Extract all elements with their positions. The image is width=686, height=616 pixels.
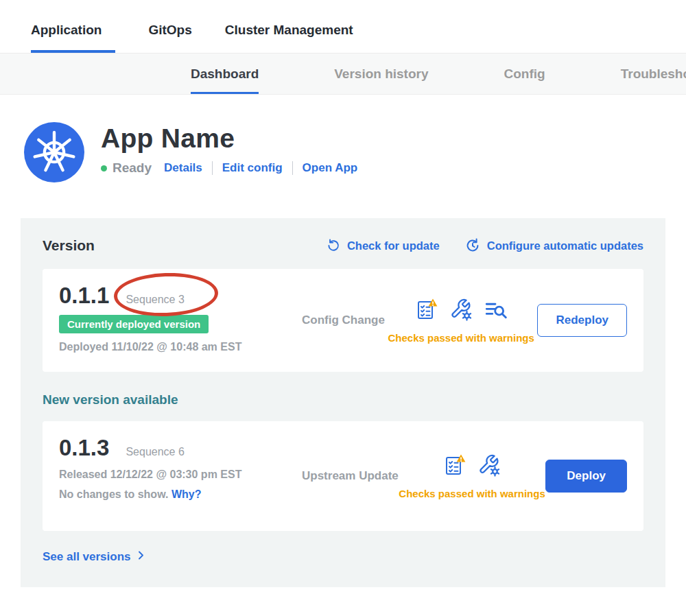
new-sequence-label: Sequence 6 bbox=[126, 446, 184, 458]
checks-icons-row bbox=[443, 453, 501, 479]
refresh-icon bbox=[326, 238, 341, 253]
divider bbox=[212, 161, 213, 175]
check-for-update-link[interactable]: Check for update bbox=[326, 238, 440, 253]
version-panel-header: Version Check for update bbox=[43, 237, 643, 254]
tab-cluster-management[interactable]: Cluster Management bbox=[225, 23, 353, 53]
checks-status: Checks passed with warnings bbox=[388, 332, 534, 344]
currently-deployed-badge: Currently deployed version bbox=[59, 315, 209, 333]
version-line: 0.1.3 Sequence 6 bbox=[59, 435, 300, 461]
new-version-actions: Upstream Update bbox=[300, 435, 627, 517]
tab-dashboard[interactable]: Dashboard bbox=[191, 54, 259, 94]
chevron-right-icon bbox=[136, 550, 146, 564]
version-panel: Version Check for update bbox=[21, 218, 665, 587]
see-all-versions-link[interactable]: See all versions bbox=[43, 550, 643, 564]
edit-config-link[interactable]: Edit config bbox=[222, 161, 283, 175]
divider bbox=[292, 161, 293, 175]
deploy-button[interactable]: Deploy bbox=[545, 460, 627, 493]
why-link[interactable]: Why? bbox=[172, 488, 202, 500]
auto-update-clock-icon bbox=[464, 237, 481, 254]
checks-status: Checks passed with warnings bbox=[399, 488, 545, 499]
tab-gitops[interactable]: GitOps bbox=[148, 23, 191, 53]
new-version-heading: New version available bbox=[43, 392, 643, 407]
tab-version-history[interactable]: Version history bbox=[334, 54, 428, 94]
tab-troubleshoot[interactable]: Troubleshoot bbox=[621, 54, 686, 94]
status-dot-icon bbox=[101, 165, 107, 171]
checks-icons-row bbox=[415, 298, 507, 324]
new-version-card: 0.1.3 Sequence 6 Released 12/12/22 @ 03:… bbox=[43, 421, 643, 531]
panel-title: Version bbox=[43, 237, 95, 254]
checklist-warning-icon[interactable] bbox=[443, 453, 466, 479]
open-app-link[interactable]: Open App bbox=[303, 161, 358, 175]
app-header: App Name Ready Details Edit config Open … bbox=[0, 95, 686, 182]
current-version-actions: Config Change bbox=[300, 283, 627, 358]
tab-config[interactable]: Config bbox=[504, 54, 545, 94]
see-all-versions-label: See all versions bbox=[43, 550, 131, 564]
released-timestamp: Released 12/12/22 @ 03:30 pm EST bbox=[59, 469, 300, 481]
change-type-label: Upstream Update bbox=[302, 469, 399, 483]
kubernetes-logo-icon bbox=[24, 122, 84, 182]
panel-actions: Check for update Configure automatic upd… bbox=[326, 237, 643, 254]
tab-application[interactable]: Application bbox=[31, 23, 115, 53]
current-sequence-label: Sequence 3 bbox=[126, 294, 184, 306]
new-version-info: 0.1.3 Sequence 6 Released 12/12/22 @ 03:… bbox=[59, 435, 300, 517]
change-type-label: Config Change bbox=[302, 313, 385, 327]
new-version-number: 0.1.3 bbox=[59, 435, 109, 461]
no-changes-row: No changes to show. Why? bbox=[59, 488, 300, 501]
current-version-number: 0.1.1 bbox=[59, 283, 109, 309]
sub-nav: Dashboard Version history Config Trouble… bbox=[0, 54, 686, 95]
checks-column: Checks passed with warnings bbox=[388, 298, 534, 344]
status-row: Ready Details Edit config Open App bbox=[101, 161, 357, 176]
deployed-timestamp: Deployed 11/10/22 @ 10:48 am EST bbox=[59, 341, 300, 353]
top-nav: Application GitOps Cluster Management bbox=[0, 0, 686, 54]
details-link[interactable]: Details bbox=[164, 161, 202, 175]
wrench-gear-icon[interactable] bbox=[449, 298, 473, 324]
status-text: Ready bbox=[113, 161, 152, 176]
check-for-update-label: Check for update bbox=[347, 239, 440, 252]
page-title: App Name bbox=[101, 123, 357, 154]
current-version-card: 0.1.1 Sequence 3 Currently deployed vers… bbox=[43, 269, 643, 372]
wrench-gear-icon[interactable] bbox=[477, 453, 501, 479]
checklist-warning-icon[interactable] bbox=[415, 298, 438, 324]
configure-automatic-updates-label: Configure automatic updates bbox=[487, 239, 643, 252]
no-changes-text: No changes to show. bbox=[59, 488, 168, 500]
app-meta: App Name Ready Details Edit config Open … bbox=[101, 122, 357, 176]
checks-column: Checks passed with warnings bbox=[399, 453, 545, 499]
redeploy-button[interactable]: Redeploy bbox=[537, 304, 627, 337]
page: Application GitOps Cluster Management Da… bbox=[0, 0, 686, 587]
version-line: 0.1.1 Sequence 3 bbox=[59, 283, 300, 309]
current-version-info: 0.1.1 Sequence 3 Currently deployed vers… bbox=[59, 283, 300, 358]
configure-automatic-updates-link[interactable]: Configure automatic updates bbox=[464, 237, 643, 254]
file-search-icon[interactable] bbox=[484, 298, 507, 324]
